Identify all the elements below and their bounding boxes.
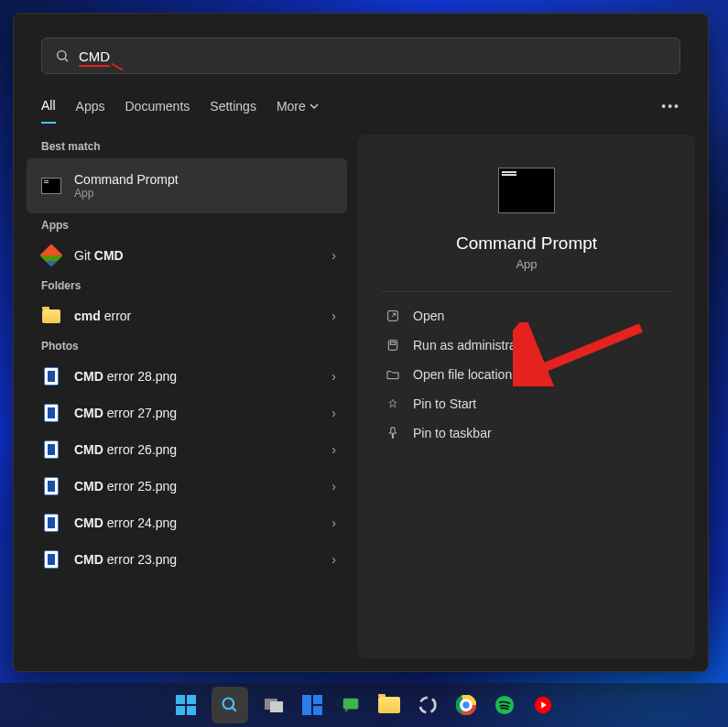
section-best-match: Best match — [41, 140, 347, 153]
svg-rect-8 — [176, 706, 185, 715]
preview-column: Command Prompt App Open Run as administr… — [358, 135, 695, 658]
svg-rect-13 — [270, 701, 283, 712]
result-folder-cmd-error[interactable]: cmd error › — [27, 298, 347, 334]
svg-rect-17 — [342, 699, 358, 710]
youtube-icon — [533, 695, 553, 715]
svg-rect-14 — [302, 695, 311, 715]
image-file-icon — [41, 477, 61, 495]
svg-point-18 — [419, 698, 435, 713]
taskbar-app-explorer[interactable] — [376, 692, 402, 718]
result-label: CMD error 26.png — [74, 442, 177, 457]
action-label: Pin to taskbar — [413, 426, 492, 440]
task-view-button[interactable] — [261, 692, 287, 718]
preview-app-icon — [498, 168, 555, 213]
filter-tabs: All Apps Documents Settings More ••• — [41, 98, 680, 124]
search-icon — [221, 696, 239, 714]
chevron-down-icon — [310, 102, 319, 111]
start-search-panel: CMD All Apps Documents Settings More •••… — [13, 13, 709, 672]
result-label: CMD error 24.png — [74, 515, 177, 530]
svg-rect-16 — [313, 706, 322, 715]
result-subtitle: App — [74, 187, 179, 200]
tab-documents[interactable]: Documents — [125, 99, 190, 123]
chrome-icon — [456, 695, 476, 715]
svg-line-1 — [65, 59, 68, 61]
svg-rect-6 — [176, 695, 185, 704]
widgets-icon — [302, 695, 322, 715]
result-photo[interactable]: CMD error 28.png › — [27, 358, 347, 395]
more-options-button[interactable]: ••• — [661, 99, 680, 123]
result-label: CMD error 23.png — [74, 552, 177, 567]
action-open[interactable]: Open — [382, 301, 671, 331]
result-command-prompt[interactable]: Command Prompt App — [27, 158, 347, 213]
windows-logo-icon — [176, 695, 196, 715]
image-file-icon — [41, 550, 61, 569]
action-open-file-location[interactable]: Open file location — [382, 360, 671, 389]
result-photo[interactable]: CMD error 25.png › — [27, 468, 347, 505]
result-label: cmd error — [74, 309, 131, 323]
chevron-right-icon: › — [331, 479, 336, 494]
taskbar-app-chat[interactable] — [338, 692, 364, 718]
section-apps: Apps — [41, 219, 347, 232]
action-label: Open file location — [413, 367, 512, 382]
result-photo[interactable]: CMD error 26.png › — [27, 431, 347, 468]
result-photo[interactable]: CMD error 24.png › — [27, 505, 347, 541]
svg-point-0 — [58, 51, 66, 60]
image-file-icon — [41, 514, 61, 532]
image-file-icon — [41, 440, 61, 459]
taskbar-app-youtube[interactable] — [530, 692, 556, 718]
annotation-underline — [79, 65, 110, 67]
result-git-cmd[interactable]: Git CMD › — [27, 237, 347, 274]
task-view-icon — [264, 696, 284, 714]
preview-subtitle: App — [516, 257, 537, 271]
tab-apps[interactable]: Apps — [76, 99, 105, 123]
action-label: Open — [413, 309, 444, 323]
svg-rect-4 — [390, 342, 395, 345]
svg-point-23 — [462, 701, 469, 708]
svg-rect-9 — [187, 706, 196, 715]
svg-line-11 — [232, 708, 235, 711]
chevron-right-icon: › — [331, 369, 336, 384]
taskbar-app-chrome[interactable] — [453, 692, 479, 718]
chevron-right-icon: › — [331, 309, 336, 323]
folder-icon — [378, 697, 400, 713]
git-icon — [41, 247, 61, 264]
tab-all[interactable]: All — [41, 98, 56, 124]
taskbar-app-generic[interactable] — [415, 692, 440, 718]
start-button[interactable] — [173, 692, 199, 718]
chevron-right-icon: › — [331, 515, 336, 530]
result-label: CMD error 28.png — [74, 369, 177, 384]
taskbar — [0, 683, 728, 727]
taskbar-app-spotify[interactable] — [492, 692, 517, 718]
image-file-icon — [41, 404, 61, 422]
tab-more[interactable]: More — [277, 99, 319, 123]
results-column: Best match Command Prompt App Apps Git C… — [27, 135, 347, 658]
result-photo[interactable]: CMD error 27.png › — [27, 395, 347, 431]
chevron-right-icon: › — [331, 406, 336, 420]
svg-rect-7 — [187, 695, 196, 704]
result-photo[interactable]: CMD error 23.png › — [27, 541, 347, 578]
svg-rect-15 — [313, 695, 322, 704]
shield-icon — [386, 338, 400, 353]
result-label: Git CMD — [74, 248, 124, 263]
section-folders: Folders — [41, 279, 347, 292]
circle-app-icon — [418, 695, 438, 715]
action-pin-to-start[interactable]: Pin to Start — [382, 389, 671, 418]
taskbar-search-button[interactable] — [212, 687, 248, 723]
result-label: CMD error 25.png — [74, 479, 177, 494]
search-input[interactable]: CMD — [41, 38, 680, 74]
taskbar-app-widgets[interactable] — [299, 692, 325, 718]
pin-icon — [386, 396, 400, 411]
chat-icon — [341, 695, 361, 715]
chevron-right-icon: › — [331, 442, 336, 457]
tab-settings[interactable]: Settings — [210, 99, 256, 123]
action-pin-to-taskbar[interactable]: Pin to taskbar — [382, 418, 671, 448]
preview-title: Command Prompt — [456, 233, 597, 254]
svg-point-10 — [223, 699, 234, 710]
command-prompt-icon — [41, 178, 61, 194]
result-title: Command Prompt — [74, 172, 179, 187]
action-run-as-administrator[interactable]: Run as administrator — [382, 331, 671, 360]
image-file-icon — [41, 367, 61, 385]
open-icon — [386, 309, 400, 323]
divider — [382, 291, 671, 292]
action-label: Pin to Start — [413, 396, 476, 411]
